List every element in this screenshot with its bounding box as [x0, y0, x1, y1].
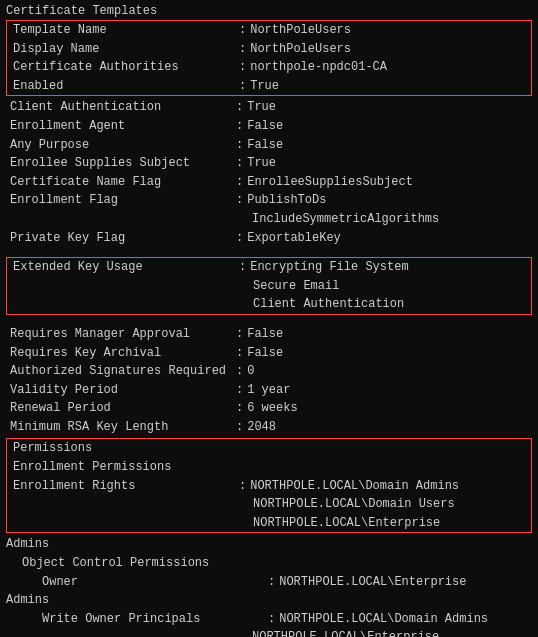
enrollment-flag-row: Enrollment Flag : PublishToDs: [6, 191, 532, 210]
enabled-row: Enabled : True: [7, 77, 531, 96]
template-info-box: Template Name : NorthPoleUsers Display N…: [6, 20, 532, 96]
auth-sigs-value: 0: [247, 362, 254, 381]
object-control-label: Object Control Permissions: [22, 554, 209, 573]
req-manager-label: Requires Manager Approval: [6, 325, 236, 344]
enrollment-permissions-row: Enrollment Permissions: [7, 458, 531, 477]
auth-sigs-row: Authorized Signatures Required : 0: [6, 362, 532, 381]
enrollment-flag-label: Enrollment Flag: [6, 191, 236, 210]
enabled-value: True: [250, 77, 279, 96]
eku-value2: Secure Email: [7, 277, 531, 296]
renewal-period-value: 6 weeks: [247, 399, 297, 418]
enrollment-rights-value1: NORTHPOLE.LOCAL\Domain Admins: [250, 477, 459, 496]
enrollment-rights-value2: NORTHPOLE.LOCAL\Domain Users: [7, 495, 531, 514]
owner-row: Owner : NORTHPOLE.LOCAL\Enterprise: [6, 573, 532, 592]
enrollment-rights-value3: NORTHPOLE.LOCAL\Enterprise: [7, 514, 531, 533]
validity-period-value: 1 year: [247, 381, 290, 400]
renewal-period-row: Renewal Period : 6 weeks: [6, 399, 532, 418]
write-owner-value1: NORTHPOLE.LOCAL\Domain Admins: [279, 610, 488, 629]
permissions-box: Permissions Enrollment Permissions Enrol…: [6, 438, 532, 533]
any-purpose-label: Any Purpose: [6, 136, 236, 155]
enabled-sep: :: [239, 77, 250, 96]
client-auth-row: Client Authentication : True: [6, 98, 532, 117]
main-container: Certificate Templates Template Name : No…: [0, 0, 538, 637]
cert-name-flag-label: Certificate Name Flag: [6, 173, 236, 192]
display-name-row: Display Name : NorthPoleUsers: [7, 40, 531, 59]
any-purpose-row: Any Purpose : False: [6, 136, 532, 155]
eku-label: Extended Key Usage: [9, 258, 239, 277]
eku-value3: Client Authentication: [7, 295, 531, 314]
cert-name-flag-row: Certificate Name Flag : EnrolleeSupplies…: [6, 173, 532, 192]
template-name-value: NorthPoleUsers: [250, 21, 351, 40]
enrollee-supplies-label: Enrollee Supplies Subject: [6, 154, 236, 173]
cert-authorities-label: Certificate Authorities: [9, 58, 239, 77]
spacer1: [6, 247, 532, 255]
display-name-value: NorthPoleUsers: [250, 40, 351, 59]
eku-value1: Encrypting File System: [250, 258, 408, 277]
min-rsa-label: Minimum RSA Key Length: [6, 418, 236, 437]
private-key-label: Private Key Flag: [6, 229, 236, 248]
private-key-row: Private Key Flag : ExportableKey: [6, 229, 532, 248]
min-rsa-row: Minimum RSA Key Length : 2048: [6, 418, 532, 437]
object-control-row: Object Control Permissions: [6, 554, 532, 573]
template-name-label: Template Name: [9, 21, 239, 40]
write-owner-label: Write Owner Principals: [38, 610, 268, 629]
req-manager-row: Requires Manager Approval : False: [6, 325, 532, 344]
enrollee-supplies-row: Enrollee Supplies Subject : True: [6, 154, 532, 173]
write-owner-value2: NORTHPOLE.LOCAL\Enterprise: [6, 628, 532, 637]
validity-period-label: Validity Period: [6, 381, 236, 400]
min-rsa-value: 2048: [247, 418, 276, 437]
enrollment-flag-extra: IncludeSymmetricAlgorithms: [6, 210, 532, 229]
req-manager-value: False: [247, 325, 283, 344]
any-purpose-value: False: [247, 136, 283, 155]
enrollment-flag-value: PublishToDs: [247, 191, 326, 210]
enrollee-supplies-value: True: [247, 154, 276, 173]
permissions-row: Permissions: [7, 439, 531, 458]
display-name-sep: :: [239, 40, 250, 59]
req-key-archival-value: False: [247, 344, 283, 363]
enrollment-rights-label: Enrollment Rights: [9, 477, 239, 496]
validity-period-row: Validity Period : 1 year: [6, 381, 532, 400]
enrollment-agent-value: False: [247, 117, 283, 136]
renewal-period-label: Renewal Period: [6, 399, 236, 418]
enabled-label: Enabled: [9, 77, 239, 96]
cert-authorities-row: Certificate Authorities : northpole-npdc…: [7, 58, 531, 77]
page-title: Certificate Templates: [6, 4, 532, 18]
owner-label: Owner: [38, 573, 268, 592]
admins-label1: Admins: [6, 535, 532, 554]
enrollment-rights-row: Enrollment Rights : NORTHPOLE.LOCAL\Doma…: [7, 477, 531, 496]
extended-key-usage-box: Extended Key Usage : Encrypting File Sys…: [6, 257, 532, 315]
template-name-row: Template Name : NorthPoleUsers: [7, 21, 531, 40]
enrollment-agent-row: Enrollment Agent : False: [6, 117, 532, 136]
write-owner-row: Write Owner Principals : NORTHPOLE.LOCAL…: [6, 610, 532, 629]
private-key-value: ExportableKey: [247, 229, 341, 248]
client-auth-label: Client Authentication: [6, 98, 236, 117]
auth-sigs-label: Authorized Signatures Required: [6, 362, 236, 381]
admins-label2: Admins: [6, 591, 532, 610]
permissions-label: Permissions: [9, 439, 239, 458]
req-key-archival-label: Requires Key Archival: [6, 344, 236, 363]
owner-value: NORTHPOLE.LOCAL\Enterprise: [279, 573, 466, 592]
enrollment-permissions-label: Enrollment Permissions: [9, 458, 239, 477]
cert-authorities-sep: :: [239, 58, 250, 77]
cert-name-flag-value: EnrolleeSuppliesSubject: [247, 173, 413, 192]
req-key-archival-row: Requires Key Archival : False: [6, 344, 532, 363]
client-auth-value: True: [247, 98, 276, 117]
cert-authorities-value: northpole-npdc01-CA: [250, 58, 387, 77]
template-name-sep: :: [239, 21, 250, 40]
spacer2: [6, 317, 532, 325]
display-name-label: Display Name: [9, 40, 239, 59]
eku-row: Extended Key Usage : Encrypting File Sys…: [7, 258, 531, 277]
enrollment-agent-label: Enrollment Agent: [6, 117, 236, 136]
